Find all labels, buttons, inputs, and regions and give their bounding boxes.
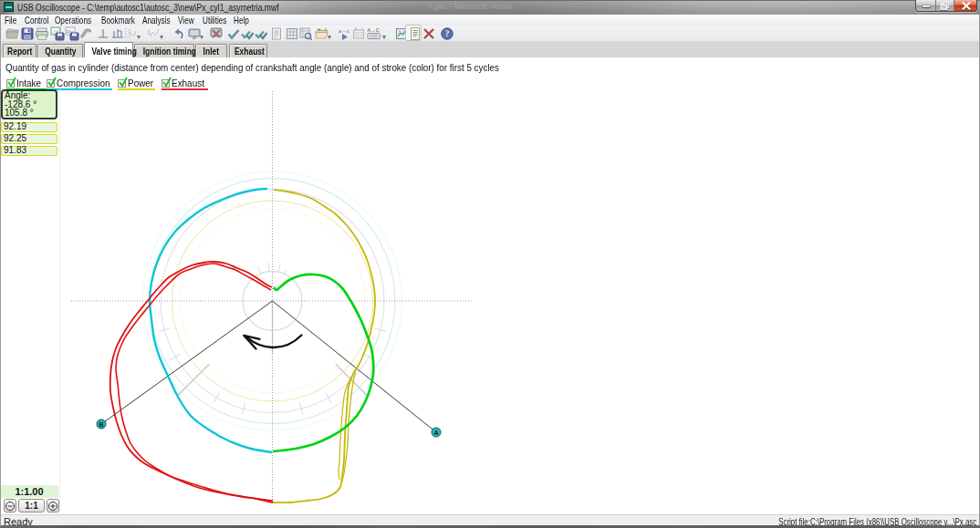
svg-text:1: 1 [147,29,151,36]
svg-text:a→c: a→c [339,28,349,34]
svg-text:a→c: a→c [318,26,328,32]
svg-text:?: ? [445,29,450,38]
svg-text:a→c: a→c [355,26,365,31]
svg-text:A: A [433,430,438,436]
svg-text:A→C: A→C [368,27,380,33]
svg-text:B: B [99,421,103,428]
